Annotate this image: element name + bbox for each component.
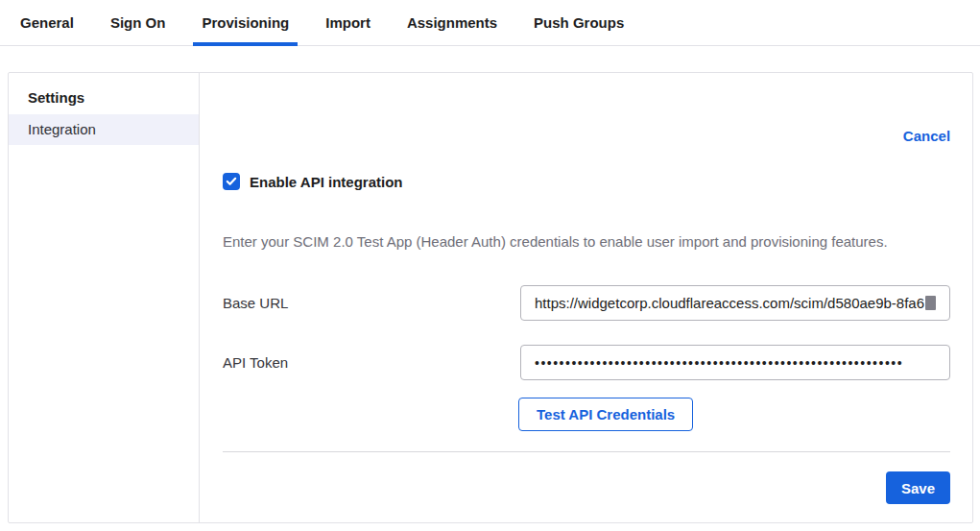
- cancel-row: Cancel: [223, 128, 950, 145]
- sidebar-item-integration[interactable]: Integration: [9, 114, 199, 145]
- credentials-description: Enter your SCIM 2.0 Test App (Header Aut…: [223, 233, 950, 250]
- enable-api-label: Enable API integration: [250, 174, 402, 190]
- tab-push-groups[interactable]: Push Groups: [525, 0, 633, 45]
- base-url-label: Base URL: [223, 295, 520, 311]
- api-token-label: API Token: [223, 354, 520, 371]
- sidebar-header: Settings: [9, 82, 199, 114]
- save-row: Save: [223, 471, 950, 504]
- app-tab-bar: General Sign On Provisioning Import Assi…: [0, 0, 980, 46]
- tab-sign-on[interactable]: Sign On: [102, 0, 175, 45]
- base-url-row: Base URL https://widgetcorp.cloudflareac…: [223, 285, 950, 321]
- tab-provisioning[interactable]: Provisioning: [193, 0, 298, 45]
- enable-api-row: Enable API integration: [223, 173, 950, 190]
- enable-api-checkbox[interactable]: [223, 173, 240, 190]
- provisioning-panel: Settings Integration Cancel Enable API i…: [8, 72, 973, 523]
- form-divider: [223, 451, 950, 452]
- tab-general[interactable]: General: [12, 0, 83, 45]
- test-credentials-row: Test API Credentials: [223, 398, 950, 431]
- api-token-value: ••••••••••••••••••••••••••••••••••••••••…: [535, 355, 903, 371]
- tab-import[interactable]: Import: [317, 0, 379, 45]
- api-token-input[interactable]: ••••••••••••••••••••••••••••••••••••••••…: [520, 345, 950, 380]
- api-token-row: API Token ••••••••••••••••••••••••••••••…: [223, 345, 950, 380]
- save-button[interactable]: Save: [886, 471, 950, 504]
- settings-sidebar: Settings Integration: [9, 73, 200, 522]
- base-url-input[interactable]: https://widgetcorp.cloudflareaccess.com/…: [520, 285, 950, 321]
- tab-assignments[interactable]: Assignments: [398, 0, 506, 45]
- checkmark-icon: [226, 177, 237, 186]
- base-url-value: https://widgetcorp.cloudflareaccess.com/…: [535, 295, 924, 311]
- integration-settings-form: Cancel Enable API integration Enter your…: [200, 73, 973, 522]
- test-api-credentials-button[interactable]: Test API Credentials: [518, 398, 693, 431]
- cancel-button[interactable]: Cancel: [903, 128, 950, 144]
- text-cursor: [925, 296, 936, 310]
